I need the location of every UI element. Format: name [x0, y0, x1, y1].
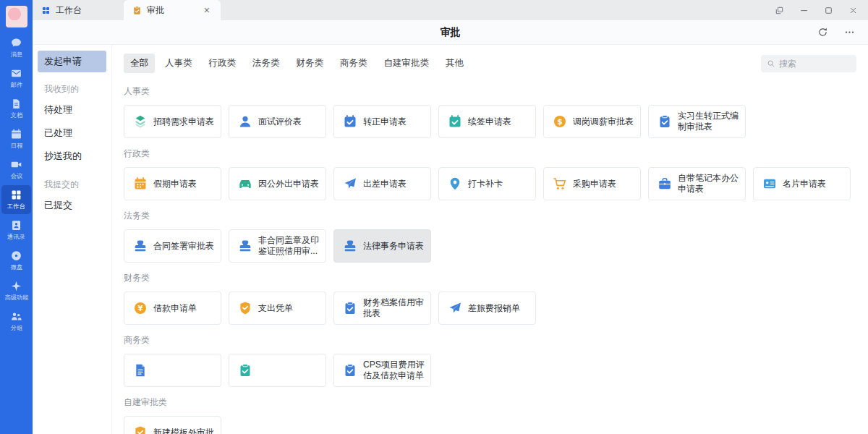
filter-tab[interactable]: 人事类 — [158, 54, 199, 73]
section: 法务类合同签署审批表非合同盖章及印鉴证照借用审...法律事务申请表 — [124, 210, 856, 263]
filter-tab[interactable]: 法务类 — [246, 54, 286, 73]
section-title: 商务类 — [124, 334, 856, 346]
approval-card[interactable]: 转正申请表 — [333, 105, 431, 138]
filter-tabs: 全部人事类行政类法务类财务类商务类自建审批类其他 — [124, 54, 470, 73]
rail-item-label: 分组 — [10, 325, 22, 331]
approval-card[interactable]: 财务档案借用审批表 — [333, 292, 431, 325]
search-box[interactable] — [761, 55, 856, 72]
content: 全部人事类行政类法务类财务类商务类自建审批类其他 人事类招聘需求申请表面试评价表… — [112, 45, 868, 434]
document-icon — [133, 363, 148, 378]
maximize-icon[interactable] — [819, 2, 838, 18]
car-icon — [238, 176, 252, 191]
approval-card[interactable]: 打卡补卡 — [438, 167, 536, 200]
sidebar-item[interactable]: 已处理 — [38, 122, 106, 145]
approval-card[interactable] — [124, 354, 221, 387]
drive-icon — [10, 250, 22, 262]
header-actions — [817, 27, 868, 38]
rail-item-mail[interactable]: 邮件 — [1, 64, 31, 93]
approval-card[interactable]: 招聘需求申请表 — [124, 105, 221, 138]
tab-approval-label: 审批 — [147, 4, 164, 17]
minimize-icon[interactable] — [794, 2, 813, 18]
approval-card[interactable]: ¥借款申请单 — [124, 292, 221, 325]
more-icon[interactable] — [844, 27, 855, 38]
approval-card[interactable]: 因公外出申请表 — [229, 167, 326, 200]
close-icon[interactable] — [843, 2, 862, 18]
rail-item-grid[interactable]: 工作台 — [1, 185, 31, 214]
sections: 人事类招聘需求申请表面试评价表转正申请表续签申请表$调岗调薪审批表实习生转正式编… — [124, 76, 856, 434]
card-grid: 新建模板外审批 — [124, 416, 856, 434]
approval-card[interactable]: CPS项目费用评估及借款申请单 — [333, 354, 431, 387]
popout-icon[interactable] — [770, 2, 788, 18]
approval-card[interactable]: 续签申请表 — [438, 105, 536, 138]
approval-card-label: 调岗调薪审批表 — [573, 116, 638, 127]
card-grid: 假期申请表因公外出申请表出差申请表打卡补卡采购申请表自带笔记本办公申请表名片申请… — [124, 167, 856, 200]
filter-tab[interactable]: 行政类 — [203, 54, 243, 73]
rail-item-meeting[interactable]: 会议 — [1, 155, 31, 184]
approval-card[interactable]: 采购申请表 — [543, 167, 641, 200]
approval-card-label: 法律事务申请表 — [363, 241, 428, 252]
approval-card-label: 借款申请单 — [153, 303, 201, 314]
approval-card[interactable] — [229, 354, 326, 387]
clipboard-check-icon — [658, 114, 672, 129]
approval-card-label: 新建模板外审批 — [153, 427, 218, 434]
rail-nav: 消息邮件文档日程会议工作台通讯录微盘高级功能分组 — [0, 33, 33, 336]
filter-tab[interactable]: 商务类 — [333, 54, 374, 73]
approval-card[interactable]: 新建模板外审批 — [124, 416, 221, 434]
sidebar-item-initiate[interactable]: 发起申请 — [38, 51, 106, 72]
approval-card[interactable]: 出差申请表 — [333, 167, 431, 200]
page-header: 审批 — [33, 20, 868, 45]
app-window: 消息邮件文档日程会议工作台通讯录微盘高级功能分组 工作台 审批 × 审批 — [0, 0, 868, 434]
stamp-icon — [343, 239, 357, 253]
approval-card[interactable]: 差旅费报销单 — [438, 292, 536, 325]
grid-icon — [10, 189, 22, 201]
sidebar-group-label: 我提交的 — [44, 179, 100, 191]
approval-card-label: 续签申请表 — [468, 116, 516, 127]
approval-card[interactable]: $调岗调薪审批表 — [543, 105, 641, 138]
id-card-icon — [762, 176, 777, 191]
filter-tab[interactable]: 财务类 — [290, 54, 331, 73]
approval-card[interactable]: 合同签署审批表 — [124, 229, 221, 263]
approval-card[interactable]: 法律事务申请表 — [333, 229, 431, 263]
rail-item-label: 日程 — [10, 142, 22, 148]
approval-card[interactable]: 支出凭单 — [229, 292, 326, 325]
refresh-icon[interactable] — [817, 27, 828, 38]
approval-card[interactable]: 假期申请表 — [124, 167, 221, 200]
rail-item-contacts[interactable]: 通讯录 — [1, 216, 31, 244]
titlebar: 工作台 审批 × — [33, 0, 868, 20]
approval-card-label: 转正申请表 — [363, 116, 411, 127]
approval-icon — [132, 6, 142, 15]
user-avatar[interactable] — [6, 6, 27, 27]
rail-item-drive[interactable]: 微盘 — [1, 246, 31, 275]
approval-card[interactable]: 实习生转正式编制审批表 — [648, 105, 746, 138]
filter-tab[interactable]: 自建审批类 — [378, 54, 436, 73]
approval-card[interactable]: 自带笔记本办公申请表 — [648, 167, 746, 200]
page-body: 发起申请 我收到的待处理已处理抄送我的我提交的已提交 全部人事类行政类法务类财务… — [33, 45, 868, 434]
rail-item-label: 邮件 — [10, 82, 22, 88]
section-title: 自建审批类 — [124, 396, 856, 409]
sidebar-item[interactable]: 抄送我的 — [38, 145, 106, 168]
section-title: 法务类 — [124, 210, 856, 222]
rail-item-group[interactable]: 分组 — [1, 307, 31, 336]
mail-icon — [10, 67, 22, 80]
sidebar-item[interactable]: 已提交 — [38, 194, 106, 217]
filter-tab[interactable]: 全部 — [124, 54, 155, 73]
sidebar-item[interactable]: 待处理 — [38, 98, 106, 122]
tab-approval[interactable]: 审批 × — [124, 0, 221, 20]
person-icon — [238, 114, 252, 129]
tab-close-icon[interactable]: × — [202, 4, 212, 17]
clipboard-check-icon — [343, 301, 357, 315]
rail-item-docs[interactable]: 文档 — [1, 94, 31, 123]
section-title: 行政类 — [124, 148, 856, 160]
rail-item-sparkle[interactable]: 高级功能 — [1, 276, 31, 305]
rail-item-schedule[interactable]: 日程 — [1, 124, 31, 153]
left-rail: 消息邮件文档日程会议工作台通讯录微盘高级功能分组 — [0, 0, 33, 434]
rail-item-chat[interactable]: 消息 — [1, 33, 31, 62]
tab-workbench[interactable]: 工作台 — [33, 0, 124, 20]
approval-card[interactable]: 名片申请表 — [753, 167, 851, 200]
approval-card[interactable]: 非合同盖章及印鉴证照借用审... — [229, 229, 326, 263]
sparkle-icon — [10, 280, 22, 292]
filter-tab[interactable]: 其他 — [439, 54, 470, 73]
search-input[interactable] — [779, 59, 851, 69]
section-title: 人事类 — [124, 85, 856, 98]
approval-card[interactable]: 面试评价表 — [229, 105, 326, 138]
